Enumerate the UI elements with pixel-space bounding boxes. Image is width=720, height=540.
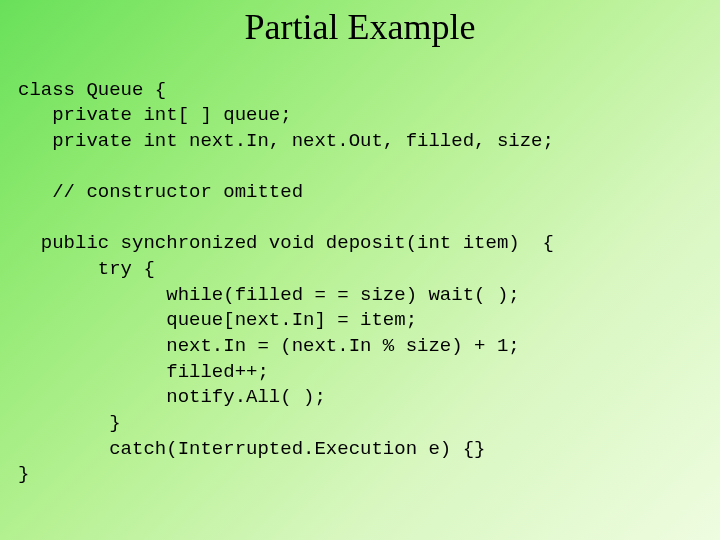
code-block: class Queue { private int[ ] queue; priv… xyxy=(0,52,720,488)
code-line: } xyxy=(18,463,29,485)
code-line: class Queue { xyxy=(18,79,166,101)
code-line: filled++; xyxy=(18,361,269,383)
slide-title: Partial Example xyxy=(0,0,720,52)
code-line: private int next.In, next.Out, filled, s… xyxy=(18,130,554,152)
code-line: // constructor omitted xyxy=(18,181,303,203)
code-line: catch(Interrupted.Execution e) {} xyxy=(18,438,485,460)
code-line: public synchronized void deposit(int ite… xyxy=(18,232,554,254)
code-line: try { xyxy=(18,258,155,280)
code-line: while(filled = = size) wait( ); xyxy=(18,284,520,306)
code-line: notify.All( ); xyxy=(18,386,326,408)
code-line: } xyxy=(18,412,121,434)
code-line: private int[ ] queue; xyxy=(18,104,292,126)
code-line: next.In = (next.In % size) + 1; xyxy=(18,335,520,357)
code-line: queue[next.In] = item; xyxy=(18,309,417,331)
